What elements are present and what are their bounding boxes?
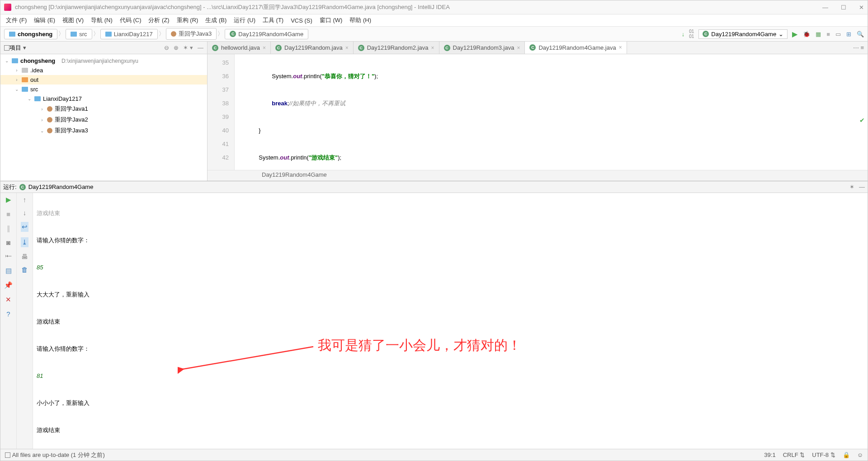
maximize-button[interactable]: ☐ bbox=[841, 4, 846, 11]
menu-build[interactable]: 生成 (B) bbox=[203, 15, 229, 25]
minimize-button[interactable]: — bbox=[822, 4, 828, 11]
gear-icon[interactable]: ✶ ▾ bbox=[183, 44, 193, 51]
tabs-menu-icon[interactable]: ⋯ ≡ bbox=[853, 44, 864, 51]
run-button[interactable]: ▶ bbox=[792, 30, 797, 38]
status-icon bbox=[5, 452, 10, 458]
coverage-button[interactable]: ▦ bbox=[816, 31, 821, 38]
tab-random2[interactable]: Day1219Random2.java× bbox=[354, 42, 439, 54]
print-icon[interactable]: 🖶 bbox=[21, 253, 28, 260]
menu-analyse[interactable]: 分析 (Z) bbox=[146, 15, 172, 25]
project-sidebar: 项目 ▾ ⊖ ⊕ ✶ ▾ — ⌄chongsheng D:\xinjianwen… bbox=[0, 42, 208, 181]
breadcrumb-file[interactable]: Day1219Random4Game bbox=[225, 29, 308, 39]
run-tools-2: ↑ ↓ ↩ ⤓ 🖶 🗑 bbox=[17, 193, 33, 449]
pause-icon[interactable]: ‖ bbox=[7, 224, 10, 232]
tab-helloworld[interactable]: helloworld.java× bbox=[208, 42, 271, 54]
class-icon bbox=[358, 45, 364, 51]
menu-view[interactable]: 视图 (V) bbox=[60, 15, 86, 25]
structure-icon[interactable]: ⊞ bbox=[846, 31, 851, 38]
pin-icon[interactable]: 📌 bbox=[4, 281, 13, 289]
debug-button[interactable]: 🐞 bbox=[803, 31, 810, 38]
class-icon bbox=[230, 31, 236, 37]
exit-icon[interactable]: ⭰ bbox=[5, 253, 12, 260]
menu-nav[interactable]: 导航 (N) bbox=[88, 15, 115, 25]
select-open-icon[interactable]: ⊕ bbox=[174, 44, 179, 51]
inspect-icon[interactable]: ☺ bbox=[857, 452, 863, 458]
ok-check-icon: ✔ bbox=[859, 117, 865, 124]
menu-run[interactable]: 运行 (U) bbox=[231, 15, 258, 25]
code-text[interactable]: System.out.println("恭喜你，猜对了！"); break;//… bbox=[235, 54, 868, 170]
sidebar-header: 项目 ▾ ⊖ ⊕ ✶ ▾ — bbox=[0, 42, 207, 54]
search-icon[interactable]: 🔍 bbox=[857, 31, 864, 38]
breadcrumb-sub[interactable]: 重回学Java3 bbox=[166, 28, 217, 40]
menu-file[interactable]: 文件 (F) bbox=[3, 15, 29, 25]
layout-icon[interactable]: ▭ bbox=[835, 31, 841, 38]
hide-icon[interactable]: — bbox=[859, 183, 865, 190]
menu-refactor[interactable]: 重构 (R) bbox=[174, 15, 201, 25]
run-panel-label: 运行: bbox=[3, 183, 17, 191]
menu-edit[interactable]: 编辑 (E) bbox=[31, 15, 58, 25]
stop-button[interactable]: ■ bbox=[826, 31, 830, 38]
package-icon bbox=[47, 106, 52, 112]
up-icon[interactable]: ↑ bbox=[23, 196, 27, 203]
class-icon bbox=[444, 45, 450, 51]
status-message: All files are up-to-date (1 分钟 之前) bbox=[12, 451, 105, 459]
rerun-button[interactable]: ▶ bbox=[6, 196, 11, 204]
gutter: 3536373839404142 bbox=[208, 54, 235, 170]
class-icon bbox=[212, 45, 218, 51]
close-icon[interactable]: × bbox=[263, 45, 266, 51]
hide-icon[interactable]: — bbox=[198, 44, 203, 51]
project-tree[interactable]: ⌄chongsheng D:\xinjianwenjianjia\chengxu… bbox=[0, 54, 207, 181]
class-icon bbox=[529, 44, 536, 51]
menu-code[interactable]: 代码 (C) bbox=[117, 15, 144, 25]
breadcrumb-pkg[interactable]: LianxiDay1217 bbox=[100, 29, 158, 39]
trash-icon[interactable]: 🗑 bbox=[21, 266, 28, 273]
console-output[interactable]: 游戏结束 请输入你猜的数字： 85 大大大了，重新输入 游戏结束 请输入你猜的数… bbox=[33, 193, 868, 449]
collapse-icon[interactable]: ⊖ bbox=[164, 44, 169, 51]
layout-icon[interactable]: ▤ bbox=[5, 267, 12, 275]
annotation-text: 我可是猜了一小会儿，才猜对的！ bbox=[318, 339, 521, 352]
lock-icon[interactable]: 🔒 bbox=[843, 452, 850, 458]
line-ending[interactable]: CRLF ⇅ bbox=[783, 452, 805, 458]
menu-vcs[interactable]: VCS (S) bbox=[288, 16, 315, 25]
editor-area: helloworld.java× Day1219Random.java× Day… bbox=[208, 42, 868, 181]
update-icon[interactable]: ↓ bbox=[682, 31, 685, 38]
close-icon[interactable]: × bbox=[517, 45, 520, 51]
close-icon[interactable]: ✕ bbox=[5, 296, 11, 304]
close-icon[interactable]: × bbox=[619, 44, 622, 51]
run-config-select[interactable]: Day1219Random4Game⌄ bbox=[698, 29, 788, 39]
scroll-icon[interactable]: ⤓ bbox=[21, 237, 28, 247]
close-icon[interactable]: × bbox=[431, 45, 434, 51]
close-button[interactable]: ✕ bbox=[859, 4, 864, 11]
status-bar: All files are up-to-date (1 分钟 之前) 39:1 … bbox=[0, 449, 868, 461]
breadcrumb-root[interactable]: chongsheng bbox=[4, 29, 57, 39]
encoding[interactable]: UTF-8 ⇅ bbox=[812, 452, 835, 458]
sidebar-title: 项目 bbox=[9, 44, 21, 52]
gear-icon[interactable]: ✶ bbox=[849, 183, 854, 190]
app-icon bbox=[4, 4, 11, 11]
tab-random4game[interactable]: Day1219Random4Game.java× bbox=[525, 42, 627, 54]
cursor-position[interactable]: 39:1 bbox=[764, 452, 775, 458]
navigation-bar: chongsheng〉 src〉 LianxiDay1217〉 重回学Java3… bbox=[0, 27, 868, 42]
wrap-icon[interactable]: ↩ bbox=[21, 222, 28, 232]
breadcrumb-src[interactable]: src bbox=[66, 29, 92, 39]
folder-icon bbox=[22, 77, 28, 82]
tab-random3[interactable]: Day1219Random3.java× bbox=[439, 42, 525, 54]
chevron-down-icon: ⌄ bbox=[778, 31, 783, 38]
stop-button[interactable]: ■ bbox=[6, 210, 10, 218]
camera-icon[interactable]: ◙ bbox=[6, 239, 10, 246]
down-icon[interactable]: ↓ bbox=[23, 209, 27, 216]
run-panel-title: Day1219Random4Game bbox=[28, 183, 94, 190]
code-editor[interactable]: ✔ 3536373839404142 System.out.println("恭… bbox=[208, 54, 868, 170]
close-icon[interactable]: × bbox=[345, 45, 349, 51]
menu-window[interactable]: 窗口 (W) bbox=[317, 15, 345, 25]
package-icon bbox=[47, 117, 52, 122]
menu-tools[interactable]: 工具 (T) bbox=[260, 15, 286, 25]
folder-icon bbox=[22, 68, 28, 73]
tab-random[interactable]: Day1219Random.java× bbox=[271, 42, 354, 54]
menu-help[interactable]: 帮助 (H) bbox=[347, 15, 374, 25]
package-icon bbox=[171, 31, 176, 37]
class-icon bbox=[19, 184, 26, 190]
help-icon[interactable]: ? bbox=[6, 310, 10, 318]
folder-icon bbox=[105, 32, 112, 37]
folder-icon bbox=[9, 32, 15, 37]
